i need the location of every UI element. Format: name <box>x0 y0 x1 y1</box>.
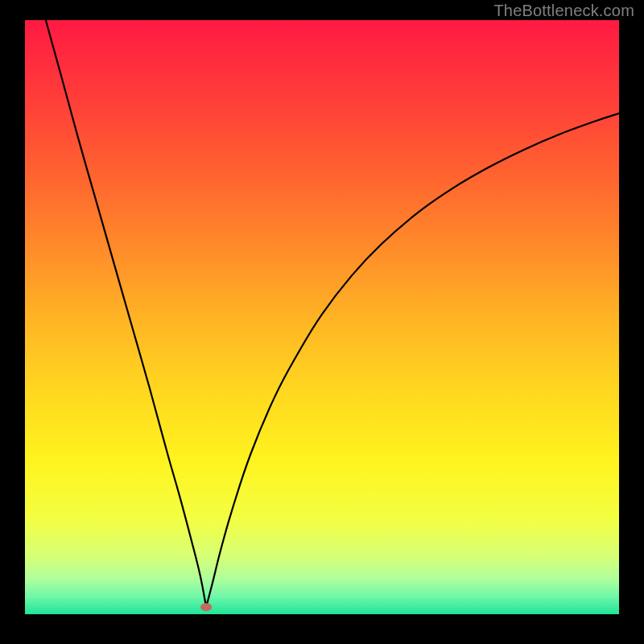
bottleneck-chart <box>0 0 644 644</box>
watermark-text: TheBottleneck.com <box>493 2 634 20</box>
minimum-marker <box>200 603 212 611</box>
chart-root: { "watermark": "TheBottleneck.com", "col… <box>0 0 644 644</box>
gradient-background <box>25 20 619 614</box>
